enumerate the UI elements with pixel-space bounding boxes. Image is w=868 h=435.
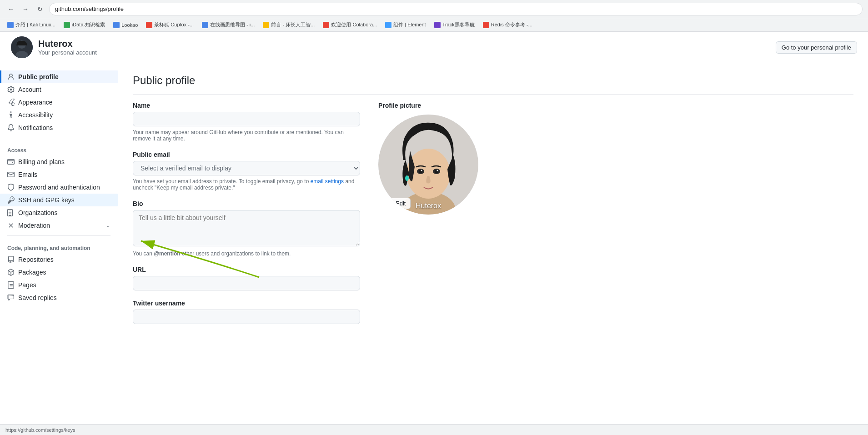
forward-button[interactable]: → (20, 4, 31, 15)
sidebar-item-public-profile[interactable]: Public profile (0, 70, 118, 83)
content-right: Profile picture (378, 102, 497, 333)
saved-replies-icon (7, 294, 15, 301)
user-text: Huterox Your personal account (38, 39, 97, 56)
address-bar[interactable] (49, 3, 863, 15)
browser-bar: ← → ↻ (0, 0, 868, 18)
password-label: Password and authentication (18, 184, 100, 191)
status-url: https://github.com/settings/keys (5, 427, 75, 433)
page-header: Huterox Your personal account Go to your… (0, 32, 868, 63)
bookmark-qianyan[interactable]: 前言 - 床长人工智... (259, 20, 318, 30)
svg-point-13 (437, 170, 438, 171)
shield-icon (7, 184, 15, 191)
main-content: Public profile Name Your name may appear… (118, 63, 868, 424)
chevron-down-icon: ⌄ (106, 222, 110, 229)
edit-profile-picture-button[interactable]: ✏ Edit (384, 198, 411, 209)
url-label: URL (133, 266, 360, 273)
sidebar-item-billing[interactable]: Billing and plans (0, 155, 118, 168)
public-profile-label: Public profile (18, 73, 59, 80)
org-icon (7, 209, 15, 216)
content-columns: Name Your name may appear around GitHub … (133, 102, 569, 333)
name-label: Name (133, 102, 360, 109)
svg-point-10 (405, 175, 409, 181)
repo-icon (7, 256, 15, 263)
ssh-gpg-label: SSH and GPG keys (18, 196, 75, 204)
pages-label: Pages (18, 281, 36, 289)
bell-icon (7, 124, 15, 131)
profile-picture-title: Profile picture (378, 102, 497, 109)
bookmark-element[interactable]: 组件 | Element (381, 20, 429, 30)
moderation-label: Moderation (18, 222, 50, 229)
name-input[interactable] (133, 112, 360, 126)
account-label: Account (18, 86, 41, 93)
credit-card-icon (7, 158, 15, 165)
public-email-select[interactable]: Select a verified email to display (133, 161, 360, 175)
code-section-title: Code, planning, and automation (0, 240, 118, 253)
public-email-label: Public email (133, 151, 360, 158)
bookmark-colab[interactable]: 欢迎使用 Colabora... (319, 20, 381, 30)
url-group: URL (133, 266, 360, 290)
key-icon (7, 196, 15, 204)
avatar (11, 36, 33, 58)
twitter-input[interactable] (133, 310, 360, 324)
reload-button[interactable]: ↻ (35, 4, 45, 15)
organizations-label: Organizations (18, 209, 57, 216)
sidebar-item-appearance[interactable]: Appearance (0, 96, 118, 109)
avatar-image (11, 36, 33, 58)
bio-hint-prefix: You can (133, 250, 154, 257)
sidebar-item-ssh-gpg[interactable]: SSH and GPG keys (0, 194, 118, 206)
moderation-left: Moderation (7, 222, 50, 229)
bookmark-track[interactable]: Track黑客导航 (431, 20, 478, 30)
sidebar-divider-1 (7, 138, 110, 138)
url-input[interactable] (133, 276, 360, 290)
profile-picture-section: Profile picture (378, 102, 497, 218)
back-button[interactable]: ← (5, 4, 16, 15)
emails-label: Emails (18, 171, 37, 178)
bookmark-lookao[interactable]: Lookao (110, 20, 141, 30)
pages-icon (7, 281, 15, 289)
bio-textarea[interactable] (133, 210, 360, 246)
bookmark-mindmap[interactable]: 在线画思维导图 - i... (198, 20, 258, 30)
content-left: Name Your name may appear around GitHub … (133, 102, 360, 333)
access-section-title: Access (0, 142, 118, 155)
sidebar-item-password[interactable]: Password and authentication (0, 181, 118, 194)
bookmark-redis[interactable]: Redis 命令参考 -... (479, 20, 536, 30)
sidebar-item-saved-replies[interactable]: Saved replies (0, 291, 118, 304)
repositories-label: Repositories (18, 256, 54, 263)
sidebar-item-notifications[interactable]: Notifications (0, 121, 118, 134)
pencil-icon: ✏ (389, 200, 394, 207)
email-hint-prefix: You have set your email address to priva… (133, 178, 311, 185)
bookmark-kali[interactable]: 介绍 | Kali Linux... (4, 20, 59, 30)
moderation-icon (7, 222, 15, 229)
email-hint: You have set your email address to priva… (133, 178, 360, 191)
sidebar-item-organizations[interactable]: Organizations (0, 206, 118, 219)
billing-label: Billing and plans (18, 158, 65, 165)
saved-replies-label: Saved replies (18, 294, 57, 301)
name-group: Name Your name may appear around GitHub … (133, 102, 360, 142)
sidebar-item-account[interactable]: Account (0, 83, 118, 96)
mail-icon (7, 171, 15, 178)
bookmark-idata[interactable]: iData-知识检索 (60, 20, 109, 30)
app-container: Huterox Your personal account Go to your… (0, 32, 868, 435)
accessibility-icon (7, 111, 15, 119)
sidebar-item-pages[interactable]: Pages (0, 279, 118, 291)
sidebar-item-repositories[interactable]: Repositories (0, 253, 118, 266)
public-email-group: Public email Select a verified email to … (133, 151, 360, 191)
sidebar-item-emails[interactable]: Emails (0, 168, 118, 181)
bio-mention: @mention (154, 250, 180, 257)
status-bar: https://github.com/settings/keys (0, 424, 868, 435)
edit-btn-label: Edit (396, 200, 406, 207)
go-to-personal-profile-button[interactable]: Go to your personal profile (776, 41, 857, 54)
paintbrush-icon (7, 99, 15, 106)
profile-picture-circle: Huterox ✏ Edit (378, 115, 478, 215)
sidebar-item-packages[interactable]: Packages (0, 266, 118, 279)
bio-hint: You can @mention other users and organiz… (133, 250, 360, 257)
notifications-label: Notifications (18, 124, 53, 131)
user-info: Huterox Your personal account (11, 36, 97, 58)
bio-hint-suffix: other users and organizations to link to… (181, 250, 291, 257)
sidebar-item-accessibility[interactable]: Accessibility (0, 109, 118, 121)
user-icon (7, 73, 15, 80)
bookmark-cupfox[interactable]: 茶杯狐 Cupfox -... (142, 20, 197, 30)
sidebar-item-moderation[interactable]: Moderation ⌄ (0, 219, 118, 232)
packages-label: Packages (18, 269, 46, 276)
email-settings-link[interactable]: email settings (311, 178, 344, 185)
